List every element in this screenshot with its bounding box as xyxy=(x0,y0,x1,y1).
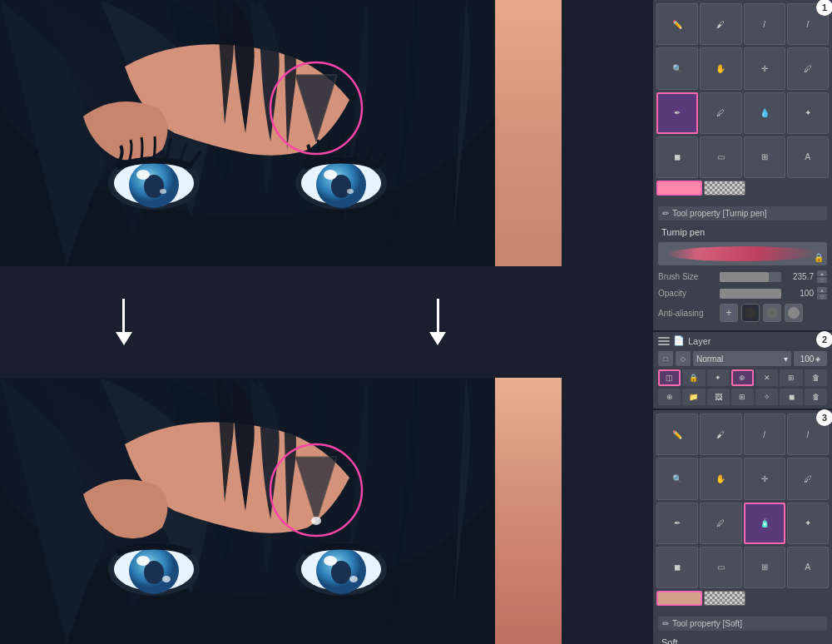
layer-image-btn[interactable]: 🖼 xyxy=(707,389,730,405)
tool3-p1-btn[interactable]: ✒ xyxy=(656,503,698,544)
layer-vector-btn[interactable]: ✧ xyxy=(755,389,778,405)
artwork-bottom[interactable] xyxy=(0,378,495,644)
tool3-move-btn[interactable]: ✛ xyxy=(744,458,785,499)
svg-point-6 xyxy=(136,170,150,180)
brush-size-bar-1[interactable] xyxy=(720,272,781,282)
layer-x-btn[interactable]: ✕ xyxy=(755,369,778,386)
opacity-bar-1[interactable] xyxy=(720,289,781,299)
tool-brush2-btn[interactable]: 💧 xyxy=(744,92,785,134)
brush-size-value-1: 235.7 xyxy=(785,272,814,281)
foreground-color-swatch[interactable] xyxy=(656,181,702,196)
layer-icon-row-1: ◫ 🔒 ✦ ⊕ ✕ ⊞ 🗑 xyxy=(658,369,827,386)
tool-panel-3: ✏️ 🖌 / / 🔍 ✋ ✛ 🖊 ✒ 🖊 🧴 ✦ xyxy=(653,410,832,612)
foreground-color-swatch-3[interactable] xyxy=(656,591,702,606)
tool-zoom-btn[interactable]: 🔍 xyxy=(656,47,698,89)
layer-trash-btn[interactable]: 🗑 xyxy=(805,389,827,405)
prop-panel-3: ✏ Tool property [Soft] Soft 🔒 Brush Size… xyxy=(653,612,832,644)
aa-med-circle xyxy=(766,307,778,319)
brush-size-up-1[interactable]: ▲ xyxy=(817,270,827,276)
layer-lock-btn[interactable]: 🔒 xyxy=(682,369,705,386)
svg-point-22 xyxy=(162,576,171,582)
panel-number-2: 2 xyxy=(816,331,832,348)
layer-blend-mode-value: Normal xyxy=(696,354,723,364)
panel-3: 3 ✏️ 🖌 / / 🔍 ✋ ✛ 🖊 ✒ 🖊 🧴 xyxy=(653,410,832,644)
tool3-p2-btn[interactable]: 🖊 xyxy=(700,503,741,544)
layer-blend-mode-arrow: ▾ xyxy=(784,354,788,364)
tool-grid3-row2: 🔍 ✋ ✛ 🖊 xyxy=(656,458,829,499)
opacity-up-1[interactable]: ▲ xyxy=(817,287,827,293)
skin-swatch-top xyxy=(495,0,562,266)
tool3-brush-btn[interactable]: 🖌 xyxy=(700,414,741,455)
tool-move-btn[interactable]: ✛ xyxy=(744,47,785,89)
tool3-pen-btn[interactable]: ✏️ xyxy=(656,414,698,455)
color-row-3 xyxy=(656,591,829,606)
layer-merge-btn[interactable]: ⊕ xyxy=(731,369,754,386)
aa-light-btn[interactable] xyxy=(785,304,803,322)
layer-chevron-btn[interactable]: ◇ xyxy=(676,351,691,366)
right-panel: 1 ✏️ 🖌 / / 🔍 ✋ ✛ 🖊 xyxy=(653,0,832,644)
artwork-top[interactable] xyxy=(0,0,495,266)
tool-text-btn[interactable]: A xyxy=(787,136,829,178)
aa-dark-btn[interactable] xyxy=(741,304,760,322)
opacity-arrows-1[interactable]: ▲ ▽ xyxy=(817,287,827,300)
tool3-rect-btn[interactable]: ▭ xyxy=(700,547,741,588)
tool-hand-btn[interactable]: ✋ xyxy=(700,47,741,89)
layer-blend-mode-select[interactable]: Normal ▾ xyxy=(693,351,791,366)
tool3-star-btn[interactable]: ✦ xyxy=(787,503,829,544)
row-top xyxy=(0,0,653,266)
layer-folder-btn[interactable]: 📁 xyxy=(682,389,705,405)
layer-delete-btn[interactable]: 🗑 xyxy=(805,369,827,386)
layer-mode-controls: □ ◇ Normal ▾ 100 ◈ xyxy=(658,351,827,366)
layer-panel: 📄 Layer □ ◇ Normal ▾ 100 ◈ xyxy=(653,332,832,409)
tool-pen-btn[interactable]: ✏️ xyxy=(656,3,698,45)
panel-1: 1 ✏️ 🖌 / / 🔍 ✋ ✛ 🖊 xyxy=(653,0,832,332)
layer-opacity-display[interactable]: 100 ◈ xyxy=(794,351,827,366)
tool-grid2-btn[interactable]: ⊞ xyxy=(744,136,785,178)
tool-brush-btn[interactable]: 🖌 xyxy=(700,3,741,45)
tool3-hand-btn[interactable]: ✋ xyxy=(700,458,741,499)
aa-cross-btn[interactable]: + xyxy=(720,304,738,322)
background-color-swatch-3[interactable] xyxy=(704,591,745,606)
layer-text2-btn[interactable]: ⊞ xyxy=(731,389,754,405)
tool-property-label-3: Tool property [Soft] xyxy=(672,619,742,628)
layer-copy-btn[interactable]: ⊞ xyxy=(780,369,802,386)
brush-size-arrows-1[interactable]: ▲ ▽ xyxy=(817,270,827,283)
anti-aliasing-row: Anti-aliasing + xyxy=(658,304,827,322)
tool-g-pen-btn[interactable]: 🖊 xyxy=(700,92,741,134)
color-row-1 xyxy=(656,181,829,196)
tool3-fill-btn[interactable]: ◼ xyxy=(656,547,698,588)
tool-property-header-1: ✏ Tool property [Turnip pen] xyxy=(658,206,827,220)
tool-star-btn[interactable]: ✦ xyxy=(787,92,829,134)
background-color-swatch[interactable] xyxy=(704,181,745,196)
layer-menu-btn[interactable] xyxy=(658,337,670,345)
tool-rect-btn[interactable]: ▭ xyxy=(700,136,741,178)
opacity-down-1[interactable]: ▽ xyxy=(817,294,827,300)
prop-panel-1: ✏ Tool property [Turnip pen] Turnip pen … xyxy=(653,201,832,330)
layer-fill-btn[interactable]: ◼ xyxy=(780,389,802,405)
tool-fill-btn[interactable]: ◼ xyxy=(656,136,698,178)
tool3-select-btn[interactable]: 🖊 xyxy=(787,458,829,499)
layer-new-btn[interactable]: ⊕ xyxy=(658,389,681,405)
tool3-zoom-btn[interactable]: 🔍 xyxy=(656,458,698,499)
brush-size-fill-1 xyxy=(720,272,769,282)
layer-clip-btn[interactable]: ◫ xyxy=(658,369,681,386)
svg-point-28 xyxy=(349,576,358,582)
brush-preview-1: 🔒 xyxy=(658,242,827,265)
tool-property-label-1: Tool property [Turnip pen] xyxy=(672,209,767,218)
brush-size-down-1[interactable]: ▽ xyxy=(817,277,827,283)
tool3-soft-btn[interactable]: 🧴 xyxy=(744,503,785,544)
aa-med-btn[interactable] xyxy=(763,304,781,322)
tool-eraser-btn[interactable]: / xyxy=(744,3,785,45)
row-bottom xyxy=(0,378,653,644)
tool-grid3-row4: ◼ ▭ ⊞ A xyxy=(656,547,829,588)
layer-lock2-btn[interactable]: ✦ xyxy=(707,369,730,386)
tool-turnip-pen-btn[interactable]: ✒ xyxy=(656,92,698,134)
svg-point-30 xyxy=(311,517,321,525)
layer-visibility-btn[interactable]: □ xyxy=(658,351,673,366)
layer-opacity-value: 100 xyxy=(800,354,815,364)
tool3-grid-btn[interactable]: ⊞ xyxy=(744,547,785,588)
tool-select-btn[interactable]: 🖊 xyxy=(787,47,829,89)
tool-grid-row1: ✏️ 🖌 / / xyxy=(656,3,829,45)
tool3-eraser-btn[interactable]: / xyxy=(744,414,785,455)
tool3-text-btn[interactable]: A xyxy=(787,547,829,588)
